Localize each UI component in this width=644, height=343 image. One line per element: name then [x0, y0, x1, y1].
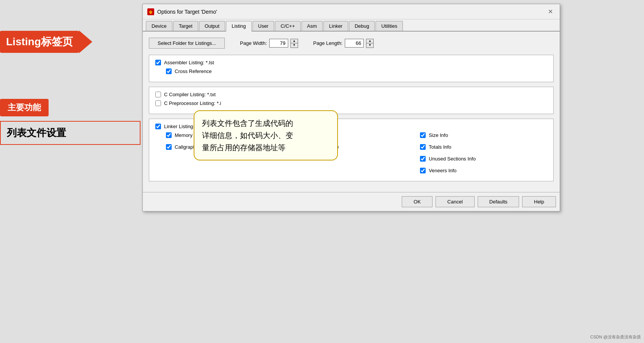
cancel-button[interactable]: Cancel: [436, 196, 474, 207]
assembler-listing-checkbox[interactable]: [155, 60, 161, 65]
dialog-title-text: Options for Target 'Demo': [157, 9, 217, 15]
watermark: CSDN @没有杂质没有杂质: [590, 334, 641, 340]
tab-cpp[interactable]: C/C++: [275, 21, 301, 31]
memory-map-checkbox[interactable]: [166, 132, 172, 138]
assembler-section: Assembler Listing: *.lst Cross Reference: [149, 55, 554, 82]
top-controls: Select Folder for Listings... Page Width…: [149, 38, 554, 49]
totals-info-label: Totals Info: [429, 144, 451, 150]
page-width-down[interactable]: ▼: [291, 43, 298, 48]
c-compiler-row: C Compiler Listing: *.txt: [155, 92, 547, 97]
page-length-input[interactable]: [345, 39, 364, 48]
tab-debug[interactable]: Debug: [349, 21, 375, 31]
tooltip-bubble: 列表文件包含了生成代码的详细信息，如代码大小、变量所占用的存储器地址等: [194, 110, 338, 160]
tab-user[interactable]: User: [253, 21, 274, 31]
page-length-up[interactable]: ▲: [366, 39, 373, 43]
cross-reference-checkbox[interactable]: [166, 68, 172, 74]
listing-label-container: Listing标签页: [0, 30, 140, 53]
page-length-spinner: ▲ ▼: [366, 39, 374, 48]
totals-info-checkbox[interactable]: [420, 144, 426, 150]
tab-utilities[interactable]: Utilities: [376, 21, 403, 31]
c-preprocessor-checkbox[interactable]: [155, 100, 161, 106]
tooltip-text: 列表文件包含了生成代码的详细信息，如代码大小、变量所占用的存储器地址等: [202, 119, 293, 152]
veneers-info-checkbox[interactable]: [420, 168, 426, 173]
size-info-label: Size Info: [429, 132, 448, 138]
main-func-container: 主要功能 列表文件设置: [0, 99, 140, 145]
main-func-desc: 列表文件设置: [0, 121, 140, 145]
cross-reference-label: Cross Reference: [175, 68, 212, 74]
options-dialog: ψ Options for Target 'Demo' ✕ Device Tar…: [142, 4, 560, 211]
cross-reference-row: Cross Reference: [166, 68, 547, 74]
page-width-label: Page Width:: [240, 40, 267, 46]
page-width-field: Page Width: ▲ ▼: [240, 39, 298, 48]
page-width-up[interactable]: ▲: [291, 39, 298, 43]
ok-button[interactable]: OK: [402, 196, 432, 207]
unused-sections-checkbox[interactable]: [420, 156, 426, 162]
page-width-spinner: ▲ ▼: [290, 39, 298, 48]
size-info-checkbox[interactable]: [420, 132, 426, 138]
tab-asm[interactable]: Asm: [301, 21, 323, 31]
left-annotation-panel: Listing标签页 主要功能 列表文件设置: [0, 30, 140, 145]
totals-info-row: Totals Info: [420, 144, 547, 150]
arrow-icon: [79, 30, 92, 53]
size-info-row: Size Info: [420, 132, 547, 138]
listing-label: Listing标签页: [0, 31, 79, 53]
linker-listing-checkbox[interactable]: [155, 124, 161, 129]
assembler-listing-label: Assembler Listing: *.lst: [164, 60, 214, 65]
page-length-field: Page Length: ▲ ▼: [313, 39, 374, 48]
unused-sections-row: Unused Sections Info: [420, 156, 547, 162]
c-preprocessor-label: C Preprocessor Listing: *.i: [164, 100, 221, 106]
c-compiler-checkbox[interactable]: [155, 92, 161, 97]
close-button[interactable]: ✕: [546, 7, 555, 16]
tab-device[interactable]: Device: [146, 21, 172, 31]
unused-sections-label: Unused Sections Info: [429, 156, 476, 162]
callgraph-checkbox[interactable]: [166, 144, 172, 150]
tab-linker[interactable]: Linker: [324, 21, 348, 31]
page-length-label: Page Length:: [313, 40, 343, 46]
tab-listing[interactable]: Listing: [226, 21, 252, 32]
linker-col-3: Size Info Totals Info Unused Sections In…: [420, 132, 547, 176]
c-compiler-label: C Compiler Listing: *.txt: [164, 92, 216, 97]
dialog-titlebar: ψ Options for Target 'Demo' ✕: [143, 4, 560, 19]
veneers-info-row: Veneers Info: [420, 168, 547, 173]
bottom-bar: OK Cancel Defaults Help: [143, 192, 560, 211]
select-folder-button[interactable]: Select Folder for Listings...: [149, 38, 225, 49]
tabs-bar: Device Target Output Listing User C/C++ …: [143, 19, 560, 32]
help-button[interactable]: Help: [522, 196, 556, 207]
main-func-label: 主要功能: [0, 99, 49, 116]
dialog-title: ψ Options for Target 'Demo': [147, 8, 217, 15]
page-width-input[interactable]: [269, 39, 288, 48]
tab-target[interactable]: Target: [173, 21, 198, 31]
tab-output[interactable]: Output: [199, 21, 225, 31]
veneers-info-label: Veneers Info: [429, 168, 456, 173]
assembler-listing-row: Assembler Listing: *.lst: [155, 60, 547, 65]
c-preprocessor-row: C Preprocessor Listing: *.i: [155, 100, 547, 106]
defaults-button[interactable]: Defaults: [478, 196, 519, 207]
dialog-icon: ψ: [147, 8, 154, 15]
page-length-down[interactable]: ▼: [366, 43, 373, 48]
callgraph-label: Callgraph: [175, 144, 196, 150]
